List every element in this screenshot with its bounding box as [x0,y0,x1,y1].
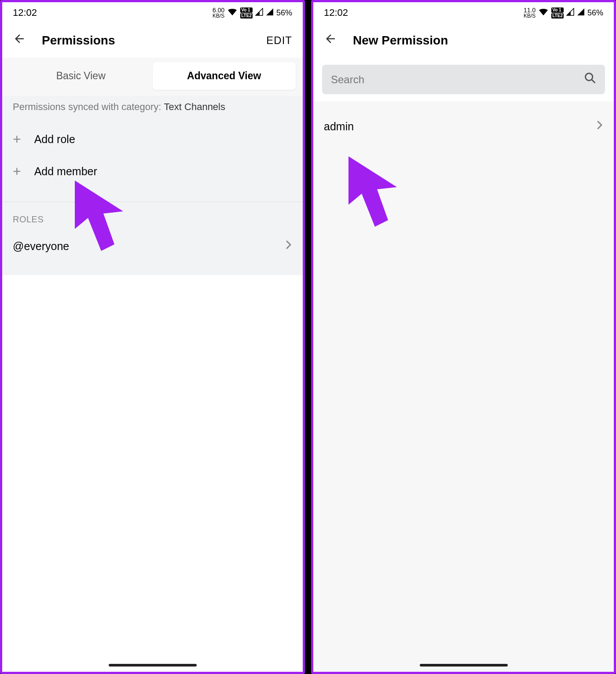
add-member-button[interactable]: + Add member [2,155,303,193]
edit-button[interactable]: EDIT [266,34,292,47]
plus-icon: + [13,163,21,180]
tab-advanced-view[interactable]: Advanced View [153,62,296,90]
phone-screen-permissions: 12:02 6.00 KB/S Vo 1 LTE2 56% [0,0,305,674]
view-tabs: Basic View Advanced View [2,58,303,96]
signal-icon-2 [266,8,274,18]
page-title: Permissions [42,33,266,48]
search-container: Search [313,58,614,101]
network-speed: 11.0 KB/S [524,7,535,18]
page-header: Permissions EDIT [2,23,303,58]
back-arrow-icon[interactable] [324,32,337,49]
status-bar: 12:02 6.00 KB/S Vo 1 LTE2 56% [2,2,303,23]
add-role-button[interactable]: + Add role [2,123,303,155]
search-input[interactable]: Search [322,65,605,94]
empty-area [2,275,303,672]
page-header: New Permission [313,23,614,58]
signal-icon-2 [577,8,585,18]
phone-screen-new-permission: 12:02 11.0 KB/S Vo 1 LTE2 56% [311,0,616,674]
add-member-label: Add member [34,165,97,178]
status-time: 12:02 [13,7,37,18]
wifi-icon [538,7,549,18]
battery-text: 56% [276,8,292,18]
lte-badge: Vo 1 LTE2 [551,7,564,18]
roles-section-header: ROLES [2,202,303,233]
signal-icon-1 [566,8,574,18]
page-title: New Permission [353,33,603,48]
result-admin-row[interactable]: admin [313,107,614,147]
chevron-right-icon [596,120,603,133]
nav-bar-indicator[interactable] [420,664,508,667]
nav-bar-indicator[interactable] [109,664,197,667]
status-right: 11.0 KB/S Vo 1 LTE2 56% [524,7,603,18]
role-everyone-row[interactable]: @everyone [2,233,303,275]
tab-basic-view[interactable]: Basic View [9,62,153,90]
wifi-icon [227,7,238,18]
plus-icon: + [13,131,21,147]
sync-info: Permissions synced with category: Text C… [2,96,303,123]
permissions-section: Permissions synced with category: Text C… [2,96,303,275]
status-bar: 12:02 11.0 KB/S Vo 1 LTE2 56% [313,2,614,23]
signal-icon-1 [255,8,263,18]
back-arrow-icon[interactable] [13,32,26,49]
status-right: 6.00 KB/S Vo 1 LTE2 56% [213,7,292,18]
status-time: 12:02 [324,7,348,18]
battery-text: 56% [587,8,603,18]
add-role-label: Add role [34,133,75,146]
svg-line-1 [592,80,595,83]
search-placeholder: Search [331,74,579,86]
result-label: admin [324,120,354,133]
network-speed: 6.00 KB/S [213,7,224,18]
search-icon [584,72,596,87]
chevron-right-icon [285,239,292,253]
results-section: admin [313,101,614,672]
role-name: @everyone [13,240,69,253]
lte-badge: Vo 1 LTE2 [240,7,253,18]
